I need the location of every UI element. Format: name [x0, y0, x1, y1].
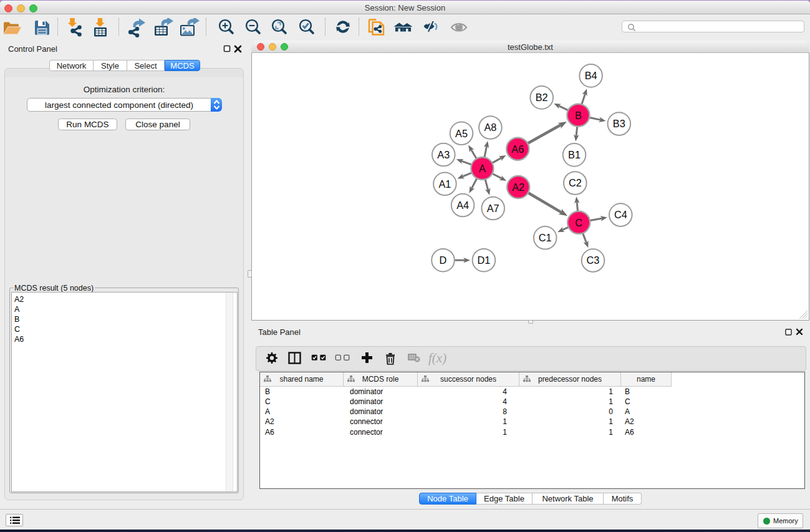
svg-text:C4: C4 [614, 209, 627, 220]
svg-text:B: B [575, 110, 582, 121]
svg-text:B4: B4 [585, 70, 597, 81]
svg-text:D: D [440, 254, 447, 266]
svg-text:A5: A5 [455, 128, 468, 139]
svg-text:B3: B3 [613, 118, 625, 129]
svg-text:D1: D1 [477, 254, 490, 266]
svg-text:A: A [479, 163, 486, 174]
svg-text:C: C [575, 217, 582, 228]
svg-text:A2: A2 [512, 181, 524, 193]
svg-text:A6: A6 [511, 143, 524, 155]
svg-text:B1: B1 [568, 149, 581, 160]
svg-text:C1: C1 [539, 232, 552, 243]
svg-text:A8: A8 [484, 122, 496, 133]
svg-text:B2: B2 [536, 92, 548, 103]
svg-text:A4: A4 [456, 200, 469, 211]
svg-text:A7: A7 [487, 203, 499, 214]
svg-text:C3: C3 [587, 254, 600, 266]
svg-text:C2: C2 [569, 177, 582, 188]
svg-text:A3: A3 [437, 149, 450, 160]
svg-text:A1: A1 [438, 178, 451, 190]
